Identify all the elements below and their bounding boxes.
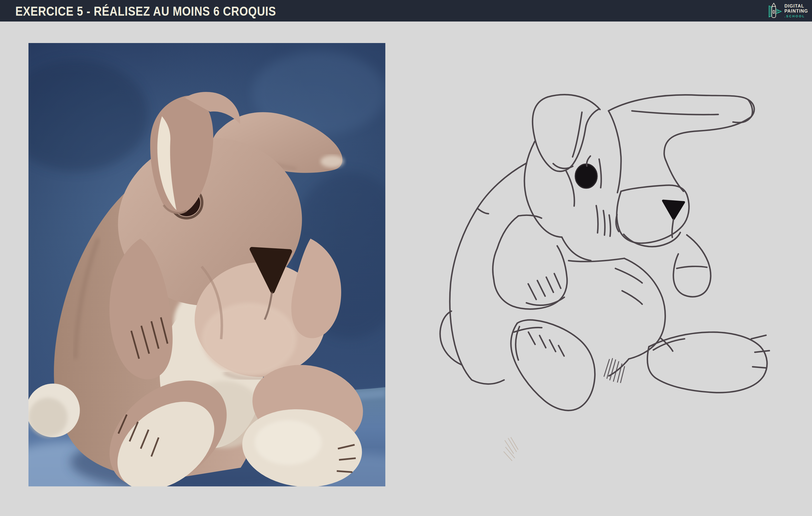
logo-word-school: .SCHOOL — [784, 15, 808, 18]
digital-painting-school-logo: DIGITAL PAINTING .SCHOOL — [768, 2, 808, 20]
reference-photo — [28, 43, 385, 486]
logo-word-digital: DIGITAL — [784, 4, 808, 8]
exercise-slide: EXERCICE 5 - RÉALISEZ AU MOINS 6 CROQUIS — [0, 0, 812, 516]
logo-word-painting: PAINTING — [784, 9, 808, 13]
logo-text: DIGITAL PAINTING .SCHOOL — [784, 4, 808, 18]
pencil-triangle-icon — [768, 2, 782, 19]
page-title: EXERCICE 5 - RÉALISEZ AU MOINS 6 CROQUIS — [16, 3, 276, 19]
header-bar: EXERCICE 5 - RÉALISEZ AU MOINS 6 CROQUIS — [0, 0, 812, 22]
sketch-drawing — [430, 89, 776, 492]
